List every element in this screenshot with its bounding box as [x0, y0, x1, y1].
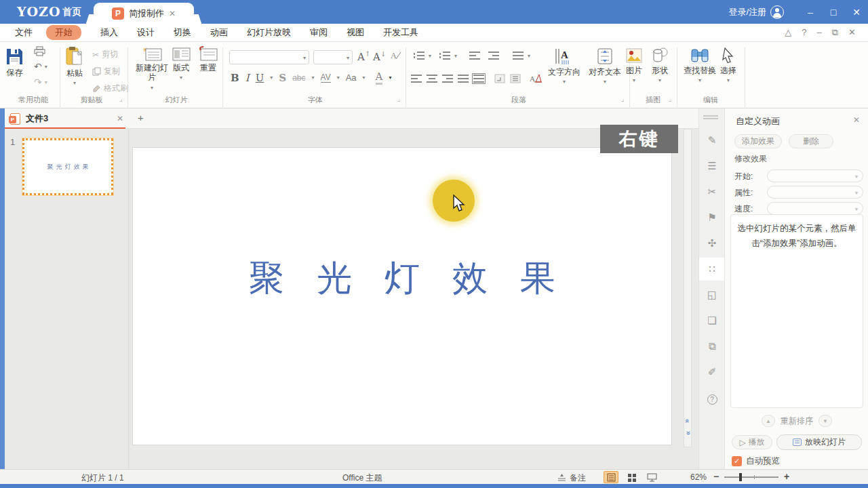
font-dialog-launcher-icon[interactable]: ⌟ [397, 96, 400, 102]
collapse-ribbon-icon[interactable]: △ [785, 27, 791, 38]
align-center-icon[interactable] [427, 75, 437, 83]
save-button[interactable]: 保存 [5, 47, 24, 77]
text-direction-button[interactable]: A 文字方向 ▾ [548, 47, 580, 85]
change-case-button[interactable]: Aa [346, 73, 357, 83]
strike-dropdown-icon[interactable]: ▾ [312, 75, 315, 81]
menu-animation[interactable]: 动画 [210, 26, 228, 39]
reset-slide-button[interactable]: 重置 [198, 46, 218, 73]
canvas-vertical-scrollbar[interactable]: « « [684, 129, 692, 447]
new-slide-button[interactable]: ✳ 新建幻灯片 ▾ [136, 46, 168, 91]
redo-dropdown-icon[interactable]: ▾ [45, 79, 47, 85]
bullet-dropdown-icon[interactable]: ▾ [429, 53, 431, 59]
speed-dropdown-icon[interactable]: ▾ [855, 206, 858, 212]
panel-drag-handle[interactable] [703, 115, 718, 117]
window-maximize-button[interactable]: □ [822, 7, 845, 18]
auto-preview-checkbox[interactable]: ✓ [732, 456, 742, 466]
zoom-slider-handle[interactable] [739, 473, 742, 481]
bold-button[interactable]: B [231, 72, 239, 84]
document-window-tab[interactable]: P 简报制作 ✕ [94, 3, 194, 24]
zoom-slider[interactable] [724, 476, 778, 478]
clipboard-dialog-launcher-icon[interactable]: ⌟ [119, 96, 122, 102]
theme-name[interactable]: Office 主题 [342, 472, 382, 484]
insert-picture-button[interactable]: 图片 ▾ [625, 47, 643, 84]
grow-font-button[interactable]: A↑ [357, 50, 370, 63]
format-painter-label[interactable]: 格式刷 [104, 83, 128, 94]
bookmark-icon[interactable]: ❏ [699, 309, 725, 332]
decrease-indent-icon[interactable] [469, 52, 480, 60]
cut-label[interactable]: 剪切 [102, 49, 118, 60]
font-size-dropdown-icon[interactable]: ▾ [347, 55, 349, 61]
copy-label[interactable]: 复制 [104, 66, 120, 77]
previous-slide-icon[interactable]: « [684, 418, 692, 424]
mini-minimize-icon[interactable]: – [817, 27, 822, 38]
menu-transition[interactable]: 切换 [174, 26, 191, 39]
next-slide-icon[interactable]: « [684, 430, 692, 436]
align-object-icon[interactable] [510, 74, 521, 83]
select-button[interactable]: 选择 ▾ [720, 47, 736, 84]
user-avatar-icon[interactable] [770, 5, 784, 19]
redo-icon[interactable]: ↷ [34, 77, 42, 87]
font-color-button[interactable]: A [376, 70, 383, 85]
pen-tool-icon[interactable]: ✎ [699, 129, 725, 152]
window-close-button[interactable]: ✕ [845, 7, 868, 18]
shrink-font-button[interactable]: A↓ [373, 50, 386, 63]
slideshow-button[interactable]: 放映幻灯片 [776, 434, 862, 450]
slideshow-view-button[interactable] [644, 471, 659, 483]
document-tab-close-icon[interactable]: ✕ [117, 114, 123, 123]
find-replace-button[interactable]: 查找替换 ▾ [684, 47, 716, 84]
notes-label[interactable]: 备注 [570, 472, 586, 484]
mini-close-icon[interactable]: ✕ [848, 27, 856, 38]
menu-view[interactable]: 视图 [347, 26, 364, 39]
copy-pages-icon[interactable]: ⧉ [699, 335, 725, 358]
zoom-in-button[interactable]: + [784, 471, 789, 482]
home-button[interactable]: 首页 [62, 6, 81, 18]
line-spacing-dropdown-icon[interactable]: ▾ [528, 53, 530, 59]
help-icon[interactable]: ? [802, 27, 806, 38]
login-register-link[interactable]: 登录/注册 [728, 6, 766, 18]
font-name-combobox[interactable]: ▾ [229, 50, 309, 64]
notes-icon[interactable] [557, 474, 566, 482]
underline-button[interactable]: U [256, 72, 264, 84]
clear-format-icon[interactable]: A [391, 50, 401, 61]
increase-indent-icon[interactable] [488, 52, 499, 60]
strike-abc-button[interactable]: abc [292, 73, 305, 83]
menu-home[interactable]: 开始 [46, 25, 81, 40]
line-spacing-icon[interactable] [513, 52, 524, 60]
reorder-down-button[interactable]: ▼ [818, 415, 832, 427]
slide-thumbnail-1[interactable]: 聚光灯效果 [22, 138, 113, 195]
numbered-list-icon[interactable] [439, 52, 450, 60]
layout-button[interactable]: 版式 ▾ [171, 46, 191, 81]
mini-restore-icon[interactable]: ⧉ [832, 27, 838, 38]
document-tab-file3[interactable]: 文件3 ✕ [5, 108, 125, 129]
play-button[interactable]: ▷ 播放 [732, 435, 772, 449]
compose-edit-icon[interactable]: ✐ [699, 361, 725, 384]
menu-slideshow[interactable]: 幻灯片放映 [247, 26, 291, 39]
menu-design[interactable]: 设计 [137, 26, 155, 39]
speed-dropdown[interactable]: ▾ [767, 202, 863, 215]
menu-developer[interactable]: 开发工具 [383, 26, 418, 39]
align-right-icon[interactable] [442, 75, 453, 83]
apps-grid-icon[interactable]: ∷ [699, 258, 725, 281]
settings-sliders-icon[interactable]: ☰ [699, 155, 725, 178]
undo-dropdown-icon[interactable]: ▾ [45, 64, 47, 70]
start-dropdown[interactable]: ▾ [767, 169, 863, 182]
paragraph-dialog-launcher-icon[interactable]: ⌟ [621, 96, 624, 102]
help-circle-icon[interactable]: ? [699, 388, 725, 411]
slide-title-text[interactable]: 聚光灯效果 [133, 255, 671, 302]
new-document-tab-button[interactable]: + [138, 112, 144, 123]
insert-shape-button[interactable]: 形状 ▾ [651, 47, 669, 84]
editing-canvas[interactable]: 聚光灯效果 « « [129, 129, 698, 469]
menu-file[interactable]: 文件 [15, 26, 33, 39]
animation-panel-close-icon[interactable]: ✕ [853, 115, 860, 125]
property-dropdown[interactable]: ▾ [767, 186, 863, 199]
font-name-dropdown-icon[interactable]: ▾ [303, 55, 306, 61]
normal-view-button[interactable] [604, 471, 618, 483]
window-minimize-button[interactable]: – [799, 7, 822, 18]
undo-icon[interactable]: ↶ [34, 61, 42, 72]
a4-ruler-icon[interactable]: A [530, 73, 542, 83]
case-dropdown-icon[interactable]: ▾ [363, 75, 366, 81]
pinwheel-animation-icon[interactable]: ✣ [699, 232, 725, 255]
italic-button[interactable]: I [245, 72, 250, 84]
flag-tag-icon[interactable]: ⚑ [699, 206, 725, 229]
bullet-list-icon[interactable] [414, 52, 425, 60]
